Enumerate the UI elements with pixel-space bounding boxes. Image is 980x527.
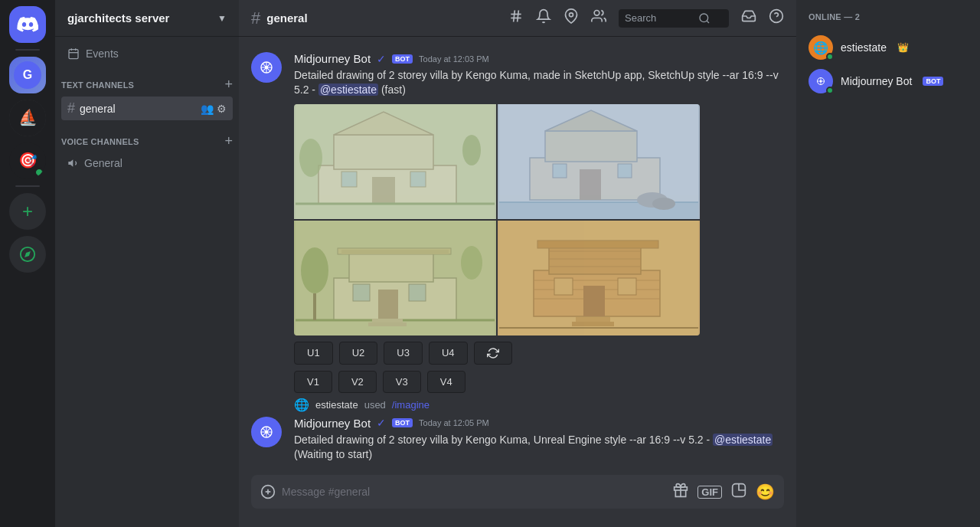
svg-rect-46	[618, 164, 632, 178]
member-name-estiestate: estiestate	[841, 41, 887, 54]
emoji-icon: 🌐	[294, 398, 309, 412]
message-1-content: Midjourney Bot ✓ BOT Today at 12:03 PM D…	[294, 52, 784, 393]
message-1-image-grid	[294, 104, 700, 336]
channel-settings-icon[interactable]: ⚙	[217, 103, 227, 115]
channel-header-hash-icon: #	[251, 8, 260, 28]
v3-button[interactable]: V3	[383, 371, 421, 393]
svg-point-17	[570, 13, 573, 17]
svg-rect-75	[583, 286, 605, 316]
refresh-icon	[487, 347, 499, 359]
search-bar[interactable]	[619, 9, 729, 28]
used-text: used	[364, 399, 386, 411]
svg-point-98	[820, 80, 822, 83]
mention-estiestate-2[interactable]: @estiestate	[713, 434, 773, 446]
svg-line-15	[514, 11, 515, 22]
inbox-icon[interactable]	[741, 8, 756, 28]
bot-badge-1: BOT	[392, 54, 413, 64]
bell-icon[interactable]	[536, 8, 551, 28]
message-1-action-buttons-row2: V1 V2 V3 V4	[294, 371, 700, 393]
events-item[interactable]: Events	[55, 43, 239, 64]
svg-point-29	[265, 66, 268, 69]
channel-item-general[interactable]: # general 👥 ⚙	[61, 97, 233, 120]
estiestate-username: estiestate	[315, 399, 358, 411]
estiestate-avatar: 🌐	[808, 35, 833, 60]
pin-icon[interactable]	[564, 8, 579, 28]
sticker-icon[interactable]	[731, 483, 746, 501]
svg-rect-60	[372, 319, 403, 322]
message-2-content: Midjourney Bot ✓ BOT Today at 12:05 PM D…	[294, 417, 784, 463]
online-header: ONLINE — 2	[802, 12, 974, 21]
svg-rect-44	[580, 169, 601, 200]
v4-button[interactable]: V4	[427, 371, 466, 393]
gif-button[interactable]: GIF	[697, 486, 722, 499]
members-icon[interactable]	[591, 8, 606, 28]
svg-rect-63	[313, 293, 316, 320]
server-gjarchitects[interactable]: G	[9, 57, 46, 93]
svg-rect-45	[553, 164, 567, 178]
svg-marker-7	[24, 251, 31, 257]
refresh-button[interactable]	[474, 342, 512, 365]
message-2: Midjourney Bot ✓ BOT Today at 12:05 PM D…	[239, 414, 796, 466]
svg-rect-55	[341, 250, 449, 254]
image-cell-2[interactable]	[498, 104, 700, 219]
u4-button[interactable]: U4	[429, 342, 468, 365]
bot-verified-icon-2: ✓	[377, 417, 386, 429]
sidebar-divider	[15, 49, 40, 51]
events-label: Events	[86, 47, 119, 60]
mention-estiestate-1[interactable]: @estiestate	[318, 83, 378, 96]
svg-rect-32	[334, 135, 433, 169]
add-voice-channel-button[interactable]: +	[224, 133, 233, 149]
image-cell-1[interactable]	[294, 104, 496, 219]
svg-rect-36	[410, 172, 426, 187]
image-cell-3[interactable]	[294, 221, 496, 336]
member-name-bot: Midjourney Bot	[841, 75, 912, 87]
message-input-field[interactable]	[282, 486, 667, 498]
member-estiestate[interactable]: 🌐 estiestate 👑	[802, 31, 974, 64]
add-text-channel-button[interactable]: +	[224, 77, 233, 93]
hashtag-icon[interactable]	[508, 8, 524, 28]
server-name: gjarchitects server	[67, 11, 169, 25]
search-input[interactable]	[625, 12, 694, 24]
bot-avatar-2	[251, 417, 282, 447]
server-header[interactable]: gjarchitects server ▼	[55, 0, 239, 37]
u2-button[interactable]: U2	[339, 342, 378, 365]
svg-rect-78	[576, 317, 610, 322]
message-1-timestamp: Today at 12:03 PM	[419, 54, 489, 64]
right-sidebar: ONLINE — 2 🌐 estiestate 👑 Midjourney Bot…	[796, 0, 980, 527]
discord-home-icon[interactable]	[9, 6, 46, 43]
svg-point-18	[594, 11, 599, 16]
text-channels-category[interactable]: TEXT CHANNELS +	[55, 64, 239, 96]
emoji-picker-button[interactable]: 😊	[756, 483, 775, 501]
svg-marker-12	[68, 159, 73, 166]
server-2[interactable]: ⛵	[9, 100, 46, 136]
channel-list: Events TEXT CHANNELS + # general 👥 ⚙ VOI…	[55, 37, 239, 527]
discover-servers-button[interactable]	[9, 236, 46, 273]
message-1-header: Midjourney Bot ✓ BOT Today at 12:03 PM	[294, 52, 784, 65]
add-server-button[interactable]: +	[9, 193, 46, 230]
channel-sidebar: gjarchitects server ▼ Events TEXT CHANNE…	[55, 0, 239, 527]
svg-rect-74	[537, 241, 658, 248]
server-dropdown-icon: ▼	[217, 13, 227, 24]
attach-file-button[interactable]	[260, 484, 276, 499]
gift-icon[interactable]	[673, 483, 688, 501]
voice-channel-general[interactable]: General	[61, 153, 233, 173]
svg-line-16	[518, 11, 519, 22]
message-2-author: Midjourney Bot	[294, 417, 371, 430]
help-icon[interactable]	[769, 8, 784, 28]
server-3[interactable]: 🎯	[9, 142, 46, 179]
member-bot-badge: BOT	[923, 77, 943, 86]
voice-channels-category[interactable]: VOICE CHANNELS +	[55, 121, 239, 152]
channel-member-icon[interactable]: 👥	[201, 103, 214, 115]
channel-header: # general	[239, 0, 796, 37]
message-1: Midjourney Bot ✓ BOT Today at 12:03 PM D…	[239, 49, 796, 396]
system-message-1: 🌐 estiestate used /imagine	[239, 396, 796, 414]
u1-button[interactable]: U1	[294, 342, 333, 365]
image-cell-4[interactable]	[498, 221, 700, 336]
slash-imagine-cmd[interactable]: /imagine	[392, 399, 430, 411]
member-midjourney-bot[interactable]: Midjourney Bot BOT	[802, 64, 974, 98]
u3-button[interactable]: U3	[384, 342, 423, 365]
v2-button[interactable]: V2	[338, 371, 377, 393]
v1-button[interactable]: V1	[294, 371, 332, 393]
svg-text:🎯: 🎯	[18, 151, 38, 169]
svg-rect-53	[349, 251, 433, 282]
